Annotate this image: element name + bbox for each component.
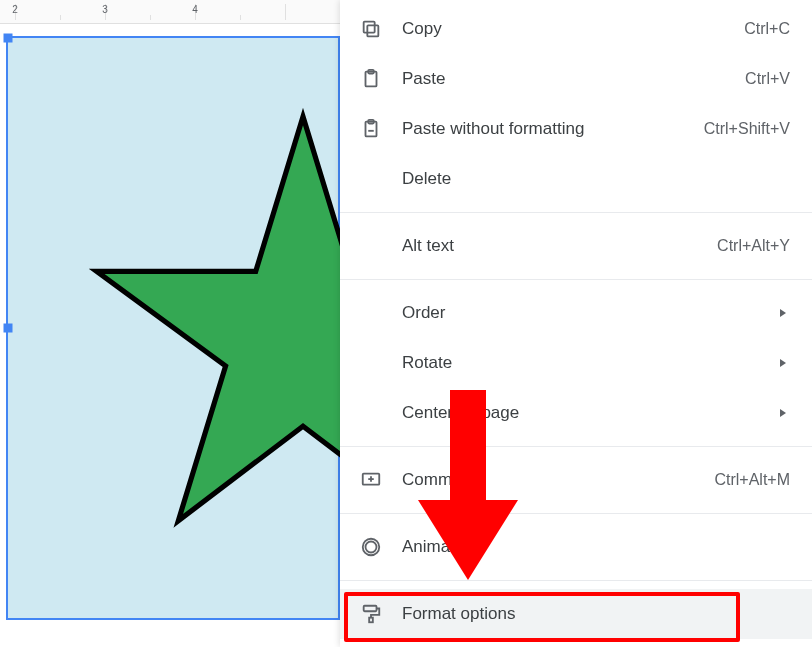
menu-separator [340,279,812,280]
svg-marker-9 [780,359,786,367]
menu-separator [340,580,812,581]
menu-label: Center on page [402,403,756,423]
menu-item-rotate[interactable]: Rotate [340,338,812,388]
menu-label: Alt text [402,236,697,256]
menu-item-paste[interactable]: Paste Ctrl+V [340,54,812,104]
svg-rect-17 [369,618,373,623]
resize-handle-top-left[interactable] [4,34,13,43]
menu-shortcut: Ctrl+C [744,20,790,38]
slide-canvas[interactable] [0,30,340,647]
svg-rect-16 [364,606,377,612]
svg-rect-2 [364,22,375,33]
submenu-arrow-icon [776,408,790,418]
menu-item-order[interactable]: Order [340,288,812,338]
menu-shortcut: Ctrl+Shift+V [704,120,790,138]
ruler-tick-label: 2 [12,4,18,15]
menu-shortcut: Ctrl+Alt+M [714,471,790,489]
resize-handle-mid-left[interactable] [4,324,13,333]
ruler-tick-label: 3 [102,4,108,15]
menu-label: Comment [402,470,694,490]
menu-label: Order [402,303,756,323]
submenu-arrow-icon [776,308,790,318]
menu-item-animate[interactable]: Animate [340,522,812,572]
comment-icon [360,469,382,491]
copy-icon [360,18,382,40]
menu-separator [340,446,812,447]
menu-shortcut: Ctrl+Alt+Y [717,237,790,255]
submenu-arrow-icon [776,358,790,368]
paste-icon [360,68,382,90]
menu-separator [340,212,812,213]
menu-label: Copy [402,19,724,39]
menu-item-paste-without-formatting[interactable]: Paste without formatting Ctrl+Shift+V [340,104,812,154]
ruler-tick-label: 4 [192,4,198,15]
paste-plain-icon [360,118,382,140]
menu-label: Delete [402,169,790,189]
svg-rect-1 [367,25,378,36]
menu-item-center-on-page[interactable]: Center on page [340,388,812,438]
context-menu: Copy Ctrl+C Paste Ctrl+V Paste without f… [340,0,812,647]
svg-marker-8 [780,309,786,317]
slide-selection-box[interactable] [8,38,338,618]
menu-item-alt-text[interactable]: Alt text Ctrl+Alt+Y [340,221,812,271]
menu-item-copy[interactable]: Copy Ctrl+C [340,4,812,54]
menu-item-comment[interactable]: Comment Ctrl+Alt+M [340,455,812,505]
svg-marker-10 [780,409,786,417]
horizontal-ruler: 2 3 4 [0,0,340,24]
menu-label: Paste [402,69,725,89]
menu-separator [340,513,812,514]
svg-point-14 [366,542,377,553]
menu-label: Animate [402,537,790,557]
paint-roller-icon [360,603,382,625]
animate-icon [360,536,382,558]
menu-label: Paste without formatting [402,119,684,139]
menu-shortcut: Ctrl+V [745,70,790,88]
menu-label: Rotate [402,353,756,373]
menu-label: Format options [402,604,790,624]
menu-item-delete[interactable]: Delete [340,154,812,204]
menu-item-format-options[interactable]: Format options [340,589,812,639]
